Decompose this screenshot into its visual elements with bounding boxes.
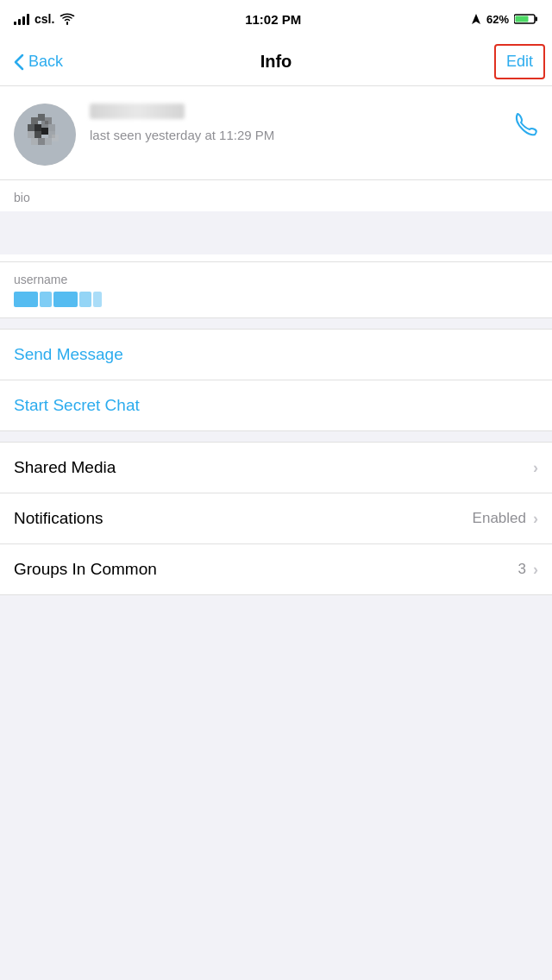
profile-name [90,104,185,119]
svg-rect-17 [45,138,52,145]
svg-rect-7 [28,124,34,131]
chevron-icon: › [533,459,538,477]
notifications-row[interactable]: Notifications Enabled › [0,493,552,544]
send-message-button[interactable]: Send Message [0,330,552,380]
svg-rect-8 [34,124,41,131]
wifi-icon [60,13,75,25]
svg-rect-16 [38,138,45,145]
status-time: 11:02 PM [245,12,301,27]
groups-in-common-label: Groups In Common [14,560,157,579]
svg-rect-1 [536,17,538,22]
bio-content [0,211,552,254]
notifications-value: Enabled [473,510,526,527]
svg-rect-2 [516,16,529,22]
groups-in-common-right: 3 › [518,561,538,579]
bio-section: bio [0,180,552,261]
edit-button[interactable]: Edit [494,44,545,79]
status-right: 62% [471,13,538,26]
actions-section: Send Message Start Secret Chat [0,329,552,431]
back-chevron-icon [14,53,24,71]
svg-rect-11 [28,131,34,138]
chevron-icon-2: › [533,510,538,528]
svg-rect-15 [31,138,38,145]
svg-rect-10 [48,124,55,131]
call-button[interactable] [512,110,538,142]
bio-label: bio [14,191,538,204]
status-bar: csl. 11:02 PM 62% [0,0,552,38]
username-value [14,292,538,307]
svg-rect-5 [38,114,45,121]
svg-rect-4 [31,117,38,124]
page-title: Info [260,52,292,72]
username-section: username [0,261,552,318]
carrier-label: csl. [34,12,54,26]
signal-bars [14,13,29,25]
phone-icon [512,110,538,136]
back-label: Back [28,53,63,71]
avatar-image [14,104,76,166]
location-icon [471,13,481,25]
avatar [14,104,76,166]
settings-section: Shared Media › Notifications Enabled › G… [0,442,552,595]
signal-bar-3 [22,16,25,25]
profile-status: last seen yesterday at 11:29 PM [90,128,274,142]
chevron-icon-3: › [533,561,538,579]
profile-section: last seen yesterday at 11:29 PM [0,86,552,180]
svg-rect-12 [34,131,41,138]
svg-rect-18 [52,135,59,141]
profile-info: last seen yesterday at 11:29 PM [90,104,499,143]
groups-in-common-value: 3 [518,561,526,578]
notifications-right: Enabled › [473,510,538,528]
nav-bar: Back Info Edit [0,38,552,86]
username-label: username [14,273,538,286]
status-left: csl. [14,12,75,26]
username-display [14,292,102,307]
start-secret-chat-button[interactable]: Start Secret Chat [0,380,552,430]
battery-icon [514,13,538,25]
signal-bar-2 [18,19,21,25]
signal-bar-4 [27,14,29,25]
groups-in-common-row[interactable]: Groups In Common 3 › [0,544,552,594]
battery-percent: 62% [486,13,509,26]
back-button[interactable]: Back [7,46,70,78]
svg-rect-9 [41,121,48,128]
svg-rect-13 [41,128,48,135]
notifications-label: Notifications [14,509,104,528]
shared-media-row[interactable]: Shared Media › [0,443,552,493]
shared-media-right: › [533,459,538,477]
shared-media-label: Shared Media [14,458,116,477]
signal-bar-1 [14,22,16,25]
